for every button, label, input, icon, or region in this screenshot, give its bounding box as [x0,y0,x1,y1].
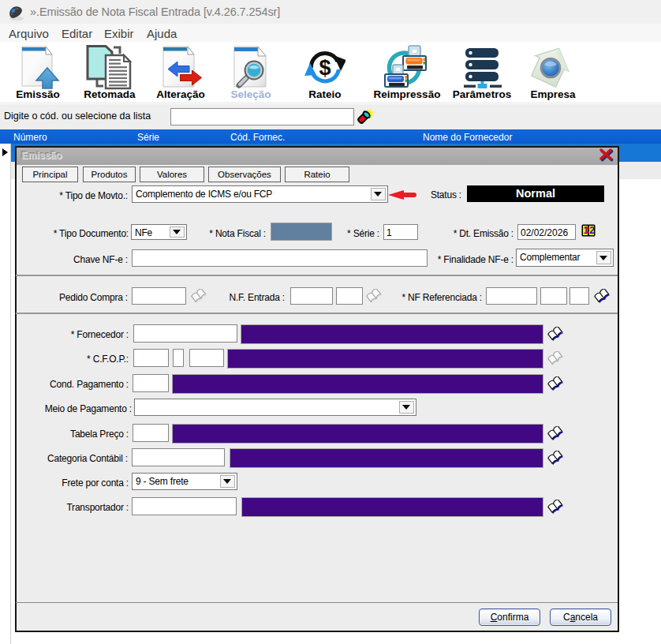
svg-text:1: 1 [583,225,588,236]
svg-text:2: 2 [589,225,595,236]
svg-text:$: $ [319,56,330,80]
